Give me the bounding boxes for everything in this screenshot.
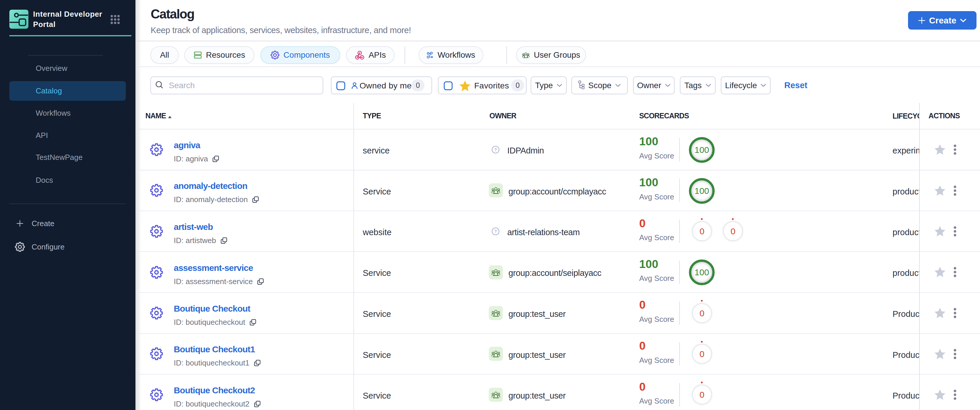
svg-text:?: ? bbox=[494, 229, 497, 234]
svg-text:?: ? bbox=[494, 147, 497, 152]
